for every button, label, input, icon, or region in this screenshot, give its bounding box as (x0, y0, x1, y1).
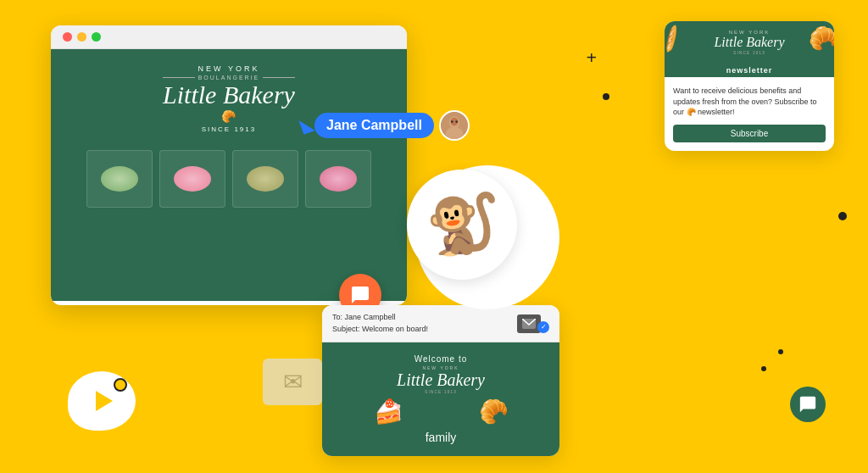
bird-mascot (68, 371, 144, 448)
check-badge: ✓ (537, 321, 549, 333)
chat-bubble-browser[interactable] (339, 274, 381, 305)
email-body: Welcome to NEW YORK Little Bakery SINCE … (322, 342, 559, 456)
subscribe-button[interactable]: Subscribe (673, 125, 826, 142)
bakery-new-york: NEW YORK (163, 64, 295, 73)
macaron-pink (174, 166, 211, 192)
macaron-box-3 (232, 150, 298, 208)
bird-eye (114, 378, 127, 392)
macaron-box-1 (86, 150, 153, 208)
newsletter-desc: Want to receive delicious benefits and u… (673, 86, 826, 118)
email-welcome: Welcome to (336, 354, 546, 364)
svg-point-5 (455, 120, 458, 123)
macaron-box-2 (159, 150, 225, 208)
bakery-croissant: 🥐 (163, 109, 295, 124)
email-card: To: Jane Campbell Subject: Welcome on bo… (322, 305, 559, 456)
pastry-row: 🍰 🥐 (336, 398, 546, 426)
nc-since: SINCE 1913 (673, 50, 826, 55)
nc-brand: Little Bakery (673, 35, 826, 50)
newsletter-body: Want to receive delicious benefits and u… (665, 77, 834, 151)
deco-dot-2 (838, 212, 847, 220)
bakery-website: NEW YORK BOULANGERIE Little Bakery 🥐 SIN… (51, 49, 407, 301)
jane-tooltip: Jane Campbell (301, 110, 470, 141)
email-since: SINCE 1913 (336, 389, 546, 394)
eclair-icon: 🍰 (374, 398, 403, 426)
macaron-green (101, 166, 138, 192)
deco-dot-4 (761, 366, 766, 371)
browser-bar (51, 25, 407, 49)
email-header-text: To: Jane Campbell Subject: Welcome on bo… (332, 312, 428, 335)
browser-dot-yellow (77, 32, 86, 42)
monkey-emoji: 🐒 (426, 195, 499, 254)
chat-button-br[interactable] (790, 387, 826, 422)
email-header: To: Jane Campbell Subject: Welcome on bo… (322, 305, 559, 342)
bakery-header: NEW YORK BOULANGERIE Little Bakery 🥐 SIN… (163, 64, 295, 133)
newsletter-badge: newsletter (665, 64, 834, 77)
email-to: To: Jane Campbell (332, 312, 428, 324)
macaron-box-4 (305, 150, 371, 208)
cursor-arrow (298, 116, 314, 135)
bakery-brand: Little Bakery (163, 82, 295, 108)
mail-envelope: ✉ (263, 359, 322, 405)
browser-dot-green (92, 32, 101, 42)
deco-plus-1: + (586, 47, 597, 69)
email-family: family (336, 431, 546, 444)
bird-play-icon (96, 391, 113, 411)
bird-body (68, 371, 136, 431)
svg-point-4 (451, 120, 453, 123)
jane-avatar (439, 110, 470, 141)
newsletter-card: 🥖 NEW YORK Little Bakery SINCE 1913 🥐 ne… (665, 21, 834, 151)
macaron-row (86, 150, 371, 208)
email-brand: Little Bakery (336, 370, 546, 389)
browser-window: NEW YORK BOULANGERIE Little Bakery 🥐 SIN… (51, 25, 407, 305)
jane-badge: Jane Campbell (314, 113, 434, 138)
macaron-olive (247, 166, 284, 192)
mailchimp-monkey: 🐒 (407, 170, 517, 280)
email-subject: Subject: Welcome on board! (332, 324, 428, 336)
bakery-since: SINCE 1913 (163, 125, 295, 133)
deco-dot-3 (778, 349, 783, 354)
macaron-rose (320, 166, 357, 192)
browser-dot-red (63, 32, 72, 42)
email-icon-check: ✓ (517, 314, 549, 333)
bakery-boulangerie: BOULANGERIE (163, 75, 295, 81)
newsletter-card-header: 🥖 NEW YORK Little Bakery SINCE 1913 🥐 (665, 21, 834, 64)
deco-dot-1 (603, 93, 609, 100)
mail-env-icon: ✉ (283, 368, 303, 396)
newsletter-badge-text: newsletter (726, 66, 773, 75)
croissant-icon-email: 🥐 (479, 398, 509, 426)
